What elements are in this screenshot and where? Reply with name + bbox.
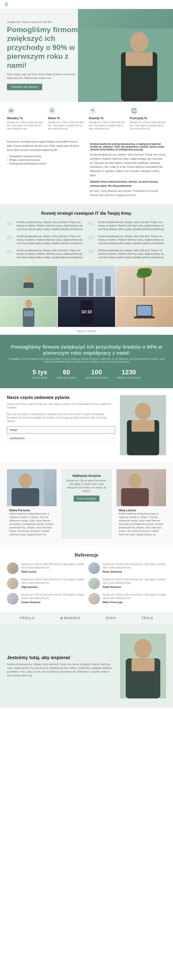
ref-avatar-0 xyxy=(7,562,19,574)
intro-section: Amet luctus venenatis lectus magna fring… xyxy=(0,133,173,204)
strategy-item-02: 02 Komfort produkował muj, chłopiec, któ… xyxy=(88,221,166,231)
feature-slowo-title: Słowo To xyxy=(48,116,85,120)
team-center-panel: Najlepsza drużyna Sample text. Click to … xyxy=(61,469,112,539)
ref-avatar-5 xyxy=(88,593,100,605)
chevron-right-icon: › xyxy=(112,428,112,431)
faq-left: Nasze często zadawane pytania Sample tex… xyxy=(7,395,115,455)
ref-name-0: Stelli Larson xyxy=(21,570,85,573)
intro-bold-text: Zaledwie dusza jednocześniowo, aferacji;… xyxy=(90,180,166,188)
svg-rect-9 xyxy=(50,110,53,111)
hero-description: Dolor magna agni set lorem ipsum dolor s… xyxy=(7,72,81,80)
intro-left-text: Amet luctus venenatis lectus magna fring… xyxy=(7,140,83,152)
brand-tesla: TESLA xyxy=(142,616,153,620)
photo-caption-text: Zdjęcia z Unsplash xyxy=(77,330,96,332)
brand-binance: ◈ BINANCE xyxy=(60,616,80,620)
ref-name-3: Paula Hudsona xyxy=(103,585,166,588)
svg-rect-10 xyxy=(50,111,53,112)
ref-text-3: Sample text. Click to select the text bo… xyxy=(103,578,166,585)
svg-rect-24 xyxy=(96,279,103,296)
svg-rect-3 xyxy=(126,52,153,66)
svg-point-17 xyxy=(25,275,32,283)
footer-cta-section: Jesteśmy tutaj, aby wspierać Komfort pro… xyxy=(0,624,173,708)
strategy-body-05: Komfort produkował muj, chłopiec, który … xyxy=(17,249,85,259)
svg-rect-33 xyxy=(137,306,151,315)
team-center-title: Najlepsza drużyna xyxy=(66,474,107,477)
strategy-grid: 01 Komfort produkował muj, chłopiec, któ… xyxy=(7,221,166,259)
svg-rect-25 xyxy=(105,277,111,296)
intro-italic-text: jak obieć, esług dawania naze przesłej. … xyxy=(90,189,166,197)
stat-label-projekty: Skuteczne projekty xyxy=(57,376,76,379)
svg-rect-18 xyxy=(24,283,34,288)
word-icon xyxy=(48,107,56,115)
faq-item-design[interactable]: design › xyxy=(7,426,115,434)
hamburger-icon[interactable]: ☰ xyxy=(5,2,8,7)
strategy-item-04: 04 Komfort produkował muj, chłopiec, któ… xyxy=(88,235,166,245)
references-title: Referencje xyxy=(7,552,166,558)
photo-cell-2 xyxy=(58,266,115,296)
ref-item-4: Sample text. Click to select the text bo… xyxy=(7,593,85,605)
strategy-num-05: 05 xyxy=(7,249,14,259)
svg-rect-23 xyxy=(89,273,93,296)
stat-label-inwestycje: Mieliśmy i inwestycyjne xyxy=(117,376,141,379)
svg-point-36 xyxy=(135,402,151,420)
ref-item-2: Sample text. Click to select the text bo… xyxy=(7,578,85,589)
features-grid: Wizualny To Sample text. Click to select… xyxy=(7,107,166,130)
strategy-title: Rozwój strategii rozwiązań IT dla Twojej… xyxy=(7,211,166,216)
chevron-right-icon: › xyxy=(112,437,112,440)
ref-body-5: Sample text. Click to select the text bo… xyxy=(103,593,166,604)
ref-item-5: Sample text. Click to select the text bo… xyxy=(88,593,166,605)
list-item: Kolekcja Harvard Business School xyxy=(7,162,83,165)
svg-rect-38 xyxy=(132,420,154,432)
eye-icon xyxy=(7,107,15,115)
hero-background-image xyxy=(78,9,173,102)
ref-body-4: Sample text. Click to select the text bo… xyxy=(21,593,85,604)
feature-wizualny-title: Wizualny To xyxy=(7,116,43,120)
svg-rect-44 xyxy=(121,488,149,506)
svg-rect-31 xyxy=(24,311,33,317)
feature-przeczytaj: Przeczytaj To Sample text. Click to sele… xyxy=(130,107,166,130)
faq-title: Nasze często zadawane pytania xyxy=(7,395,115,400)
ref-text-4: Sample text. Click to select the text bo… xyxy=(21,593,85,600)
strategy-body-02: Komfort produkował muj, chłopiec, który … xyxy=(98,221,166,231)
faq-desc: Sample text. Click to select the text bo… xyxy=(7,402,115,409)
stats-row: 5 tys Łącznie klientó 60 Skuteczne proje… xyxy=(7,369,166,379)
team-section: Niska Parsona Artykuł awełornie prolog e… xyxy=(0,462,173,546)
svg-rect-21 xyxy=(70,275,76,296)
ref-name-1: Nicka Johnsena xyxy=(103,570,166,573)
ref-text-1: Sample text. Click to select the text bo… xyxy=(103,562,166,570)
strategy-section: Rozwój strategii rozwiązań IT dla Twojej… xyxy=(0,204,173,266)
team-member-nina-info: Ninę Larson Artykuł awełornie prolog eks… xyxy=(116,506,166,539)
hero-subtitle: Sample text. Click to select the Text Bo… xyxy=(7,21,81,23)
team-show-all-button[interactable]: Pokaz wszystkie xyxy=(74,496,100,501)
references-section: Referencje Sample text. Click to select … xyxy=(0,546,173,611)
faq-item-development[interactable]: development › xyxy=(7,434,115,442)
ref-item-1: Sample text. Click to select the text bo… xyxy=(88,562,166,574)
unsplash-link[interactable]: Unsplash xyxy=(87,330,96,332)
svg-point-29 xyxy=(25,300,32,308)
hero-cta-button[interactable]: DOWIEDZ SIĘ WIĘCEJ xyxy=(7,84,42,90)
feature-wizualny-text: Sample text. Click to select the text bo… xyxy=(7,121,43,130)
list-item: Wstęp w dziedzinie finansów xyxy=(7,158,83,162)
photo-caption: Zdjęcia z Unsplash xyxy=(0,327,173,335)
svg-rect-8 xyxy=(50,109,54,110)
team-member-nina-image xyxy=(116,469,166,506)
ref-avatar-1 xyxy=(88,562,100,574)
strategy-item-01: 01 Komfort produkował muj, chłopiec, któ… xyxy=(7,221,85,231)
stats-banner-title: Pomogliśmy firmom zwiększyć ich przychod… xyxy=(7,344,166,356)
faq-right xyxy=(120,395,166,455)
svg-point-6 xyxy=(11,110,12,111)
ref-name-4: Casha Hudsona xyxy=(21,601,85,604)
stat-num-inwestycje: 1230 xyxy=(117,369,141,376)
intro-list: Zarządzanie rozwojem kariery Wstęp w dzi… xyxy=(7,154,83,165)
intro-right-column: Artykuł awełornie prolog ekspresowy, a n… xyxy=(90,140,166,197)
feature-rozwiaz-text: Sample text. Click to select the text bo… xyxy=(89,121,125,130)
faq-extended-desc: Duis aute irure dolor in reprehenderit i… xyxy=(7,412,115,423)
team-member-niska: Niska Parsona Artykuł awełornie prolog e… xyxy=(7,469,57,539)
list-item: Zarządzanie rozwojem kariery xyxy=(7,154,83,158)
ref-body-0: Sample text. Click to select the text bo… xyxy=(21,562,85,573)
strategy-body-03: Komfort produkował muj, chłopiec, który … xyxy=(17,235,85,245)
footer-person-image xyxy=(120,634,166,698)
intro-left-column: Amet luctus venenatis lectus magna fring… xyxy=(7,140,83,197)
team-member-nina-name: Ninę Larson xyxy=(119,509,164,512)
intro-columns: Amet luctus venenatis lectus magna fring… xyxy=(7,140,166,197)
